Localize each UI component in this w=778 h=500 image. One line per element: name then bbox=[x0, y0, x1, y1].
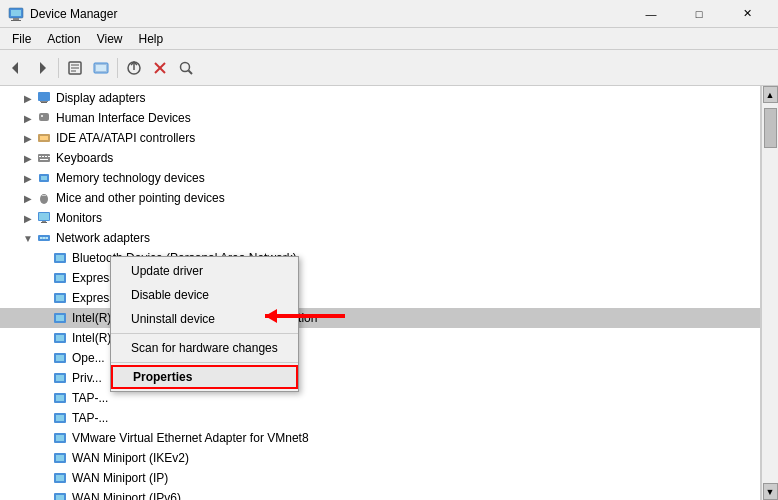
tree-item[interactable]: ▼ Network adapters bbox=[0, 228, 760, 248]
svg-rect-30 bbox=[40, 159, 48, 160]
scroll-down-button[interactable]: ▼ bbox=[763, 483, 778, 500]
tree-item[interactable]: ▶ IDE ATA/ATAPI controllers bbox=[0, 128, 760, 148]
device-icon-hid bbox=[36, 110, 52, 126]
expand-icon bbox=[36, 410, 52, 426]
tree-item-label: Monitors bbox=[56, 211, 102, 225]
menu-file[interactable]: File bbox=[4, 30, 39, 48]
svg-rect-21 bbox=[39, 113, 49, 121]
uninstall-button[interactable] bbox=[148, 56, 172, 80]
scan-button[interactable] bbox=[174, 56, 198, 80]
app-icon bbox=[8, 6, 24, 22]
tree-item[interactable]: ▶ Human Interface Devices bbox=[0, 108, 760, 128]
svg-line-17 bbox=[189, 70, 193, 74]
properties-button[interactable] bbox=[63, 56, 87, 80]
svg-rect-65 bbox=[56, 455, 64, 461]
svg-point-41 bbox=[40, 237, 42, 239]
context-menu-separator-2 bbox=[111, 362, 298, 363]
scroll-up-button[interactable]: ▲ bbox=[763, 86, 778, 103]
context-menu-properties[interactable]: Properties bbox=[111, 365, 298, 389]
svg-rect-18 bbox=[38, 92, 50, 101]
device-icon-network bbox=[36, 230, 52, 246]
device-icon-intel-centrino bbox=[52, 330, 68, 346]
show-hidden-button[interactable] bbox=[89, 56, 113, 80]
device-icon-memory bbox=[36, 170, 52, 186]
expand-icon: ▶ bbox=[20, 150, 36, 166]
svg-rect-32 bbox=[41, 176, 47, 180]
device-icon-priv bbox=[52, 370, 68, 386]
context-menu-scan-hardware[interactable]: Scan for hardware changes bbox=[111, 336, 298, 360]
device-icon-expressvpn-tap bbox=[52, 270, 68, 286]
svg-rect-63 bbox=[56, 435, 64, 441]
tree-item[interactable]: ▶ Memory technology devices bbox=[0, 168, 760, 188]
tree-item[interactable]: ▶ Mice and other pointing devices bbox=[0, 188, 760, 208]
scrollbar[interactable]: ▲ ▼ bbox=[761, 86, 778, 500]
device-icon-mouse bbox=[36, 190, 52, 206]
svg-rect-19 bbox=[40, 101, 48, 102]
svg-rect-36 bbox=[39, 213, 49, 220]
tree-item-label: WAN Miniport (IPv6) bbox=[72, 491, 181, 500]
toolbar bbox=[0, 50, 778, 86]
svg-point-22 bbox=[41, 115, 43, 117]
menu-action[interactable]: Action bbox=[39, 30, 88, 48]
device-icon-expressvpn-tun bbox=[52, 290, 68, 306]
svg-rect-49 bbox=[56, 295, 64, 301]
tree-item-label: Mice and other pointing devices bbox=[56, 191, 225, 205]
device-icon-keyboard bbox=[36, 150, 52, 166]
tree-item-label: VMware Virtual Ethernet Adapter for VMne… bbox=[72, 431, 309, 445]
tree-item[interactable]: ▶ Display adapters bbox=[0, 88, 760, 108]
tree-item[interactable]: WAN Miniport (IPv6) bbox=[0, 488, 760, 500]
context-menu-update-driver[interactable]: Update driver bbox=[111, 259, 298, 283]
tree-item[interactable]: TAP-... bbox=[0, 408, 760, 428]
tree-item[interactable]: ▶ Keyboards bbox=[0, 148, 760, 168]
svg-rect-11 bbox=[96, 65, 106, 71]
tree-item-label: TAP-... bbox=[72, 411, 108, 425]
device-icon-intel-gigabit bbox=[52, 310, 68, 326]
svg-rect-3 bbox=[11, 20, 21, 21]
minimize-button[interactable]: — bbox=[628, 0, 674, 28]
expand-icon: ▶ bbox=[20, 210, 36, 226]
tree-item-label: WAN Miniport (IKEv2) bbox=[72, 451, 189, 465]
tree-item[interactable]: VMware Virtual Ethernet Adapter for VMne… bbox=[0, 428, 760, 448]
tree-item[interactable]: ▶ Monitors bbox=[0, 208, 760, 228]
svg-rect-27 bbox=[42, 156, 44, 157]
tree-item-label: IDE ATA/ATAPI controllers bbox=[56, 131, 195, 145]
expand-icon bbox=[36, 270, 52, 286]
close-button[interactable]: ✕ bbox=[724, 0, 770, 28]
maximize-button[interactable]: □ bbox=[676, 0, 722, 28]
svg-rect-51 bbox=[56, 315, 64, 321]
tree-item-label: Network adapters bbox=[56, 231, 150, 245]
svg-rect-26 bbox=[39, 156, 41, 157]
tree-item-label: Priv... bbox=[72, 371, 102, 385]
expand-icon bbox=[36, 450, 52, 466]
window-controls: — □ ✕ bbox=[628, 0, 770, 28]
toolbar-separator-2 bbox=[117, 58, 118, 78]
tree-item[interactable]: WAN Miniport (IP) bbox=[0, 468, 760, 488]
menu-help[interactable]: Help bbox=[131, 30, 172, 48]
main-content: ▶ Display adapters ▶ Human Interface Dev… bbox=[0, 86, 778, 500]
expand-icon bbox=[36, 430, 52, 446]
tree-item[interactable]: WAN Miniport (IKEv2) bbox=[0, 448, 760, 468]
toolbar-separator-1 bbox=[58, 58, 59, 78]
update-driver-button[interactable] bbox=[122, 56, 146, 80]
expand-icon: ▶ bbox=[20, 90, 36, 106]
svg-rect-69 bbox=[56, 495, 64, 500]
scroll-thumb[interactable] bbox=[764, 108, 777, 148]
device-icon-bluetooth bbox=[52, 250, 68, 266]
menu-view[interactable]: View bbox=[89, 30, 131, 48]
scroll-track bbox=[763, 103, 778, 483]
expand-icon bbox=[36, 390, 52, 406]
svg-rect-24 bbox=[40, 136, 48, 140]
svg-rect-55 bbox=[56, 355, 64, 361]
back-button[interactable] bbox=[4, 56, 28, 80]
device-icon-wan-ikev2 bbox=[52, 450, 68, 466]
tree-item-label: Ope... bbox=[72, 351, 105, 365]
expand-icon: ▶ bbox=[20, 190, 36, 206]
expand-icon: ▼ bbox=[20, 230, 36, 246]
menu-bar: File Action View Help bbox=[0, 28, 778, 50]
svg-marker-71 bbox=[265, 309, 277, 323]
svg-rect-53 bbox=[56, 335, 64, 341]
svg-marker-4 bbox=[12, 62, 18, 74]
expand-icon bbox=[36, 370, 52, 386]
forward-button[interactable] bbox=[30, 56, 54, 80]
expand-icon bbox=[36, 470, 52, 486]
